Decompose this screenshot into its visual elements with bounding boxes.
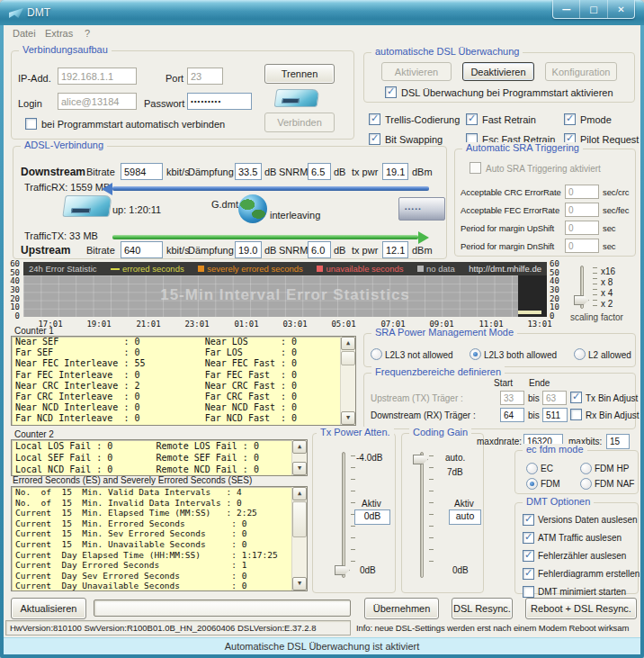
fehlerdiagramm-checkbox[interactable] (523, 568, 534, 580)
coding-gain-bottom-label: 0dB (452, 565, 469, 575)
ds-snrm-input[interactable] (308, 163, 331, 180)
tx-power-slider-track[interactable] (342, 452, 345, 578)
traffic-tx-label: TrafficTX: 33 MB (24, 230, 98, 241)
tx-power-slider-thumb[interactable] (335, 565, 350, 575)
minimiert-checkbox[interactable] (523, 586, 534, 598)
maximize-button[interactable]: □ (579, 0, 606, 18)
fdm-radio[interactable] (526, 478, 538, 490)
fdm-naf-radio[interactable] (580, 478, 592, 490)
ds-bitrate-unit: kbit/s (166, 167, 190, 177)
scroll-up-button[interactable]: ▲ (292, 440, 307, 454)
us-txpwr-input[interactable] (382, 241, 408, 258)
counter2-scrollbar[interactable]: ▲ ▼ (291, 440, 307, 475)
us-snrm-unit: dB (334, 245, 345, 256)
status-bar: Automatische DSL Überwachung ist aktivie… (4, 637, 640, 654)
es-scrollbar[interactable]: ▲ ▼ (291, 487, 307, 590)
ds-txpwr-input[interactable] (382, 163, 408, 180)
scroll-down-button[interactable]: ▼ (341, 411, 355, 425)
fast-retrain-checkbox[interactable] (466, 113, 478, 125)
bit-swapping-checkbox[interactable] (369, 133, 380, 145)
trellis-label: Trellis-Codierung (385, 114, 460, 125)
us-daempfung-label: Dämpfung (188, 245, 234, 256)
crc-errorrate-input (565, 185, 599, 199)
tx-end-input (542, 391, 567, 405)
fehlerzaehler-checkbox[interactable] (523, 550, 534, 562)
fdm-label: FDM (541, 479, 560, 489)
menu-extras[interactable]: Extras (45, 28, 73, 39)
l2l3-both-allowed-label: L2L3 both allowed (484, 350, 557, 360)
menu-datei[interactable]: Datei (13, 28, 36, 39)
autoconnect-checkbox[interactable] (25, 118, 37, 130)
counter1-row: Far NCD Interleave : 0 Far NCD Fast : 0 (12, 413, 355, 424)
app-icon (9, 8, 23, 18)
interleaving-label: interleaving (270, 210, 320, 221)
minimize-button[interactable]: — (553, 0, 579, 18)
scrollbar-thumb[interactable] (341, 351, 355, 365)
fdm-hp-radio[interactable] (580, 463, 592, 474)
rx-bin-adjust-checkbox[interactable] (570, 409, 582, 420)
counter2-list[interactable]: Local LOS Fail : 0 Remote LOS Fail : 0 L… (11, 439, 308, 476)
trellis-checkbox[interactable] (369, 113, 380, 125)
tx-bin-adjust-checkbox[interactable] (570, 392, 582, 403)
progress-bar (94, 599, 351, 617)
close-button[interactable]: ✕ (607, 0, 634, 18)
counter1-row: Near SEF : 0 Near LOS : 0 (12, 337, 355, 347)
pmode-checkbox[interactable] (564, 113, 576, 125)
us-snrm-input[interactable] (308, 241, 331, 258)
ds-bitrate-input[interactable] (121, 163, 163, 180)
us-bitrate-label: Bitrate (86, 245, 115, 256)
unavailable-marker-icon (317, 266, 323, 272)
fec-errorrate-unit: sec/fec (603, 205, 629, 215)
fec-errorrate-input (565, 203, 599, 217)
ds-daempfung-input[interactable] (235, 163, 262, 180)
atm-traffic-checkbox[interactable] (523, 532, 534, 544)
auto-sra-label: Auto SRA Triggering aktiviert (486, 164, 601, 174)
dsl-resync-button[interactable]: DSL Resync. (452, 598, 513, 619)
l2-allowed-radio[interactable] (574, 348, 586, 360)
password-input[interactable] (187, 93, 252, 110)
scroll-up-icon: ▲ (298, 441, 301, 453)
refresh-button[interactable]: Aktualisieren (11, 598, 86, 619)
us-txpwr-label: tx pwr (352, 245, 378, 256)
coding-gain-7db-label: 7dB (447, 467, 463, 477)
scroll-down-button[interactable]: ▼ (292, 462, 307, 475)
coding-gain-slider-track[interactable] (420, 452, 424, 578)
coding-gain-slider-ticks (429, 455, 434, 571)
atm-traffic-label: ATM Traffic auslesen (538, 533, 622, 543)
monitoring-startup-checkbox[interactable] (385, 86, 397, 98)
uptime-label: up: 1:20:11 (112, 204, 161, 215)
us-daempfung-input[interactable] (235, 241, 262, 258)
minimize-icon: — (562, 5, 571, 14)
l2l3-both-allowed-radio[interactable] (470, 348, 481, 360)
coding-gain-slider-thumb[interactable] (413, 455, 428, 464)
disconnect-button[interactable]: Trennen (264, 64, 335, 84)
rx-start-input[interactable] (500, 408, 524, 422)
rx-end-input[interactable] (542, 408, 568, 422)
apply-button[interactable]: Übernehmen (364, 598, 439, 619)
ec-radio[interactable] (526, 463, 538, 474)
legend-errored: errored seconds (111, 264, 184, 274)
versions-checkbox[interactable] (523, 514, 534, 526)
deactivate-button[interactable]: Deaktivieren (462, 62, 534, 81)
es-row: Current 15 Min. Unavailable Seconds : 0 (12, 539, 307, 550)
reboot-resync-button[interactable]: Reboot + DSL Resync. (525, 598, 637, 619)
scroll-up-button[interactable]: ▲ (292, 487, 307, 500)
scroll-up-button[interactable]: ▲ (341, 337, 355, 350)
title-bar[interactable]: DMT (0, 0, 644, 25)
counter1-list[interactable]: Near SEF : 0 Near LOS : 0 Far SEF : 0 Fa… (11, 336, 356, 426)
counter1-scrollbar[interactable]: ▲ ▼ (340, 337, 355, 425)
minimiert-label: DMT minimiert starten (538, 587, 626, 597)
us-bitrate-input[interactable] (121, 241, 163, 258)
menu-help[interactable]: ? (85, 28, 90, 39)
scroll-down-button[interactable]: ▼ (292, 577, 307, 590)
scrollbar-thumb[interactable] (292, 501, 307, 537)
rx-bin-adjust-label: Rx Bin Adjust (586, 410, 639, 420)
es-row: Current Day Sev Errored Seconds : 0 (12, 571, 307, 581)
x-axis-tick: 05:01 (328, 320, 359, 329)
counter2-row: Local LOS Fail : 0 Remote LOS Fail : 0 (12, 440, 307, 452)
es-list[interactable]: No. of 15 Min. Valid Data Intervals : 4 … (11, 486, 308, 591)
graph-header: 24h Error Statistic errored seconds seve… (23, 262, 547, 275)
counter1-row: Near NCD Interleave : 0 Near NCD Fast : … (12, 402, 355, 413)
l2l3-not-allowed-radio[interactable] (371, 348, 382, 360)
maxbits-input[interactable] (606, 434, 630, 449)
